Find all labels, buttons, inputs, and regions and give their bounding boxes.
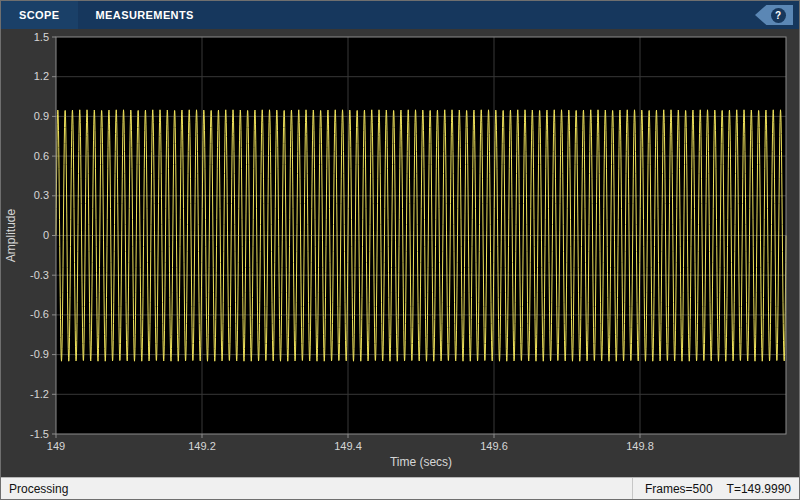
y-tick-label: 0.3 [34,189,49,201]
scope-window: SCOPE MEASUREMENTS ? 149149.2149.4149.61… [0,0,800,500]
x-tick-label: 149.6 [480,440,508,452]
y-tick-label: 0.9 [34,110,49,122]
x-tick-label: 149.8 [626,440,654,452]
status-counters: Frames=500 T=149.9990 [632,478,791,499]
question-mark-icon: ? [771,8,786,23]
y-tick-label: 1.2 [34,70,49,82]
x-tick-label: 149.2 [188,440,216,452]
y-tick-label: -1.5 [30,428,49,440]
sim-time: T=149.9990 [727,482,791,496]
waveform-plot: 149149.2149.4149.6149.8-1.5-1.2-0.9-0.6-… [1,29,799,477]
help-button[interactable]: ? [755,5,793,25]
scope-canvas: 149149.2149.4149.6149.8-1.5-1.2-0.9-0.6-… [1,29,799,477]
y-tick-label: -0.6 [30,308,49,320]
y-axis-title: Amplitude [4,209,18,263]
tab-measurements[interactable]: MEASUREMENTS [78,1,212,29]
y-tick-label: 0.6 [34,150,49,162]
status-processing: Processing [9,482,68,496]
y-tick-label: 1.5 [34,31,49,43]
y-tick-label: -0.9 [30,348,49,360]
x-axis-title: Time (secs) [390,455,452,469]
y-tick-label: 0 [43,229,49,241]
frames-count: Frames=500 [645,482,713,496]
tab-scope[interactable]: SCOPE [1,1,78,29]
x-tick-label: 149 [47,440,65,452]
toolstrip: SCOPE MEASUREMENTS ? [1,1,799,29]
y-tick-label: -0.3 [30,269,49,281]
status-bar: Processing Frames=500 T=149.9990 [1,477,799,499]
y-tick-label: -1.2 [30,388,49,400]
x-tick-label: 149.4 [334,440,362,452]
